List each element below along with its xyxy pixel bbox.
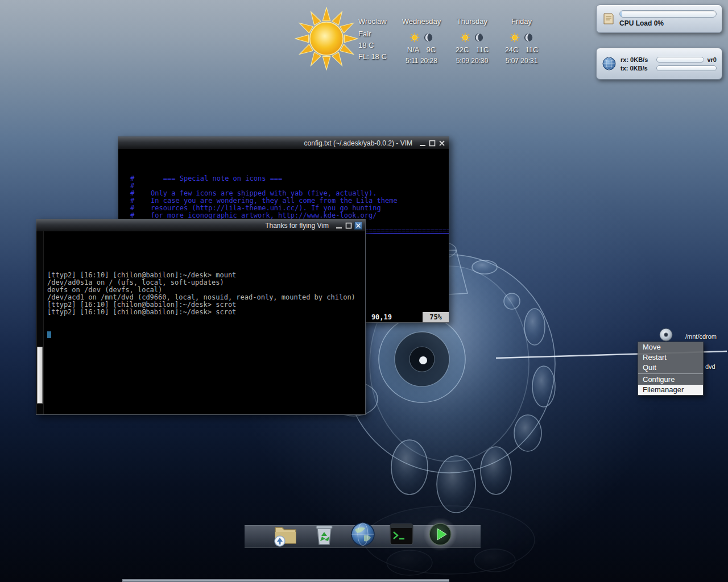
vim-cursor-position: 90,19 bbox=[371, 313, 392, 321]
vim-window-title: config.txt (~/.adesk/yab-0.0.2) - VIM bbox=[304, 139, 412, 147]
forecast-day-name: Friday bbox=[511, 17, 532, 30]
forecast-low: 11C bbox=[475, 45, 489, 57]
terminal-cursor bbox=[47, 331, 51, 338]
forecast-sun-times: 5:11 20:28 bbox=[406, 57, 437, 68]
net-rx-label: rx: 0KB/s bbox=[621, 56, 653, 63]
forecast-moon-icon bbox=[423, 32, 433, 43]
network-monitor-widget: rx: 0KB/s vr0 tx: 0KB/s bbox=[596, 48, 722, 80]
forecast-day: Thursday 22C bbox=[447, 17, 497, 68]
menu-item[interactable]: Restart bbox=[638, 352, 703, 363]
close-icon[interactable] bbox=[354, 222, 362, 230]
terminal-line: [ttyp2] [16:10] [chilon@babilon]:~/desk>… bbox=[47, 309, 362, 316]
menu-separator bbox=[638, 373, 703, 374]
forecast-sun-icon bbox=[510, 32, 520, 43]
forecast-sun-icon bbox=[410, 32, 420, 43]
weather-temperature: 18 C bbox=[358, 41, 396, 52]
web-browser-icon[interactable] bbox=[349, 521, 377, 548]
forecast-day-name: Wednesday bbox=[402, 17, 441, 30]
maximize-icon[interactable] bbox=[345, 222, 353, 230]
forecast-sun-icon bbox=[460, 32, 470, 43]
weather-widget: Wroclaw Fair 18 C FL: 18 C Wednesday bbox=[295, 3, 546, 70]
forecast-low: 11C bbox=[525, 45, 538, 57]
menu-item[interactable]: Quit bbox=[638, 363, 703, 373]
weather-location: Wroclaw bbox=[358, 17, 396, 30]
terminal-titlebar[interactable]: Thanks for flying Vim bbox=[36, 219, 365, 231]
weather-feels-like: FL: 18 C bbox=[358, 52, 396, 64]
terminal-window: Thanks for flying Vim [ttyp2] [16:10] [c… bbox=[36, 219, 366, 415]
forecast-high: N/A bbox=[407, 45, 420, 57]
vim-titlebar[interactable]: config.txt (~/.adesk/yab-0.0.2) - VIM bbox=[118, 137, 449, 149]
forecast-day: Wednesday N/A bbox=[396, 17, 447, 68]
desktop: Wroclaw Fair 18 C FL: 18 C Wednesday bbox=[0, 0, 728, 582]
net-interface-label: vr0 bbox=[707, 56, 717, 63]
globe-icon bbox=[602, 56, 617, 71]
terminal-scrollbar-thumb[interactable] bbox=[37, 347, 43, 404]
cpu-monitor-widget: CPU Load 0% bbox=[596, 5, 722, 33]
cdrom-icon-label: /mnt/cdrom bbox=[685, 333, 717, 340]
context-menu: MoveRestartQuit Configure Filemanager bbox=[638, 342, 704, 396]
weather-current: Wroclaw Fair 18 C FL: 18 C bbox=[358, 17, 396, 68]
menu-item-configure[interactable]: Configure bbox=[638, 375, 703, 385]
terminal-window-title: Thanks for flying Vim bbox=[265, 222, 329, 230]
bottom-window-edge[interactable] bbox=[122, 579, 449, 582]
forecast-day: Friday 24C bbox=[497, 17, 546, 68]
cdrom-disc-icon[interactable] bbox=[659, 327, 673, 342]
menu-item-filemanager[interactable]: Filemanager bbox=[638, 385, 703, 395]
terminal-icon[interactable] bbox=[388, 521, 415, 548]
weather-condition: Fair bbox=[358, 30, 396, 41]
forecast-high: 22C bbox=[456, 45, 469, 57]
dvd-icon-label[interactable]: dvd bbox=[705, 363, 715, 370]
terminal-scrollbar[interactable] bbox=[36, 231, 44, 414]
forecast-low: 9C bbox=[427, 45, 436, 57]
cpu-load-label: CPU Load 0% bbox=[619, 19, 717, 27]
close-icon[interactable] bbox=[438, 139, 446, 147]
menu-item[interactable]: Move bbox=[638, 342, 703, 352]
vim-scroll-percent: 75% bbox=[423, 312, 449, 322]
maximize-icon[interactable] bbox=[428, 139, 436, 147]
forecast-high: 24C bbox=[505, 45, 519, 57]
forecast-sun-times: 5:09 20:30 bbox=[456, 57, 489, 68]
cpu-load-bar bbox=[619, 10, 717, 18]
minimize-icon[interactable] bbox=[419, 139, 427, 147]
forecast-sun-times: 5:07 20:31 bbox=[506, 57, 538, 68]
forecast-day-name: Thursday bbox=[457, 17, 487, 30]
net-tx-bar bbox=[656, 65, 717, 71]
media-player-icon[interactable] bbox=[427, 521, 454, 548]
weather-condition-sun-icon bbox=[295, 7, 358, 70]
terminal-output[interactable]: [ttyp2] [16:10] [chilon@babilon]:~/desk>… bbox=[44, 231, 365, 414]
terminal-prompt-line bbox=[47, 331, 362, 338]
cpu-load-bar-fill bbox=[620, 11, 622, 17]
dock bbox=[245, 525, 481, 548]
notepad-icon bbox=[602, 12, 615, 26]
recycle-bin-icon[interactable] bbox=[311, 521, 338, 548]
folder-download-icon[interactable] bbox=[272, 521, 299, 548]
net-tx-label: tx: 0KB/s bbox=[621, 65, 653, 72]
forecast-moon-icon bbox=[474, 32, 484, 43]
forecast-moon-icon bbox=[523, 32, 533, 43]
net-rx-bar bbox=[656, 57, 704, 63]
minimize-icon[interactable] bbox=[335, 222, 343, 230]
vim-line: # === Special note on icons === bbox=[130, 175, 449, 182]
